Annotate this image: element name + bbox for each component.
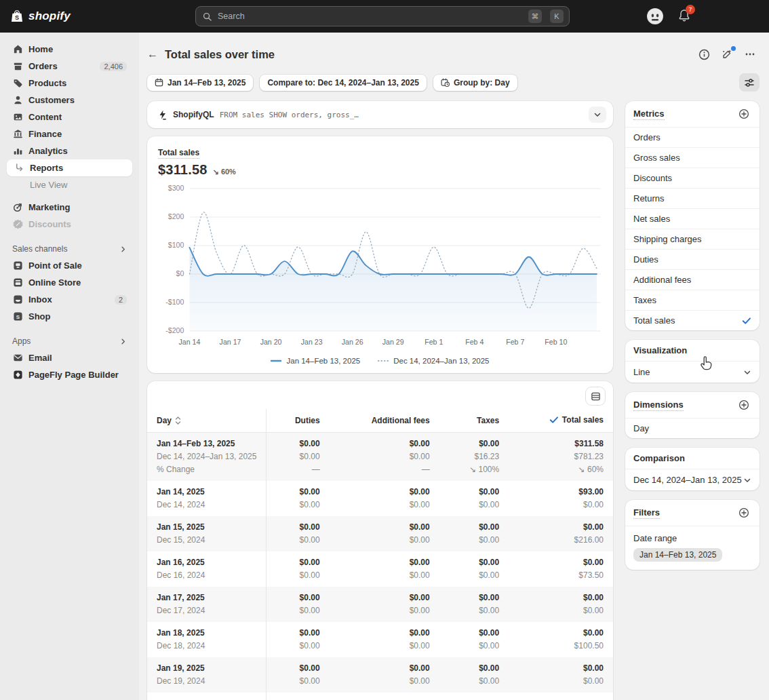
sidebar-item-products[interactable]: Products	[7, 75, 132, 92]
sidebar-item-home[interactable]: Home	[7, 41, 132, 58]
sidebar-item-label: Online Store	[28, 277, 127, 288]
sidebar-item-point-of-sale[interactable]: Point of Sale	[7, 257, 132, 274]
metric-option-taxes[interactable]: Taxes	[625, 290, 760, 310]
dimensions-title: Dimensions	[633, 400, 684, 411]
svg-text:Feb 7: Feb 7	[506, 338, 524, 346]
chevron-right-icon	[119, 338, 127, 345]
trend-down-icon: ↘	[213, 168, 219, 176]
svg-text:Jan 14: Jan 14	[179, 338, 201, 346]
sidebar-item-label: Content	[28, 112, 127, 122]
new-feature-dot	[731, 46, 736, 51]
visualization-select[interactable]: Line	[625, 361, 760, 383]
metric-option-gross-sales[interactable]: Gross sales	[625, 147, 760, 168]
shopify-logo[interactable]: S shopify	[0, 9, 71, 24]
orders-icon	[12, 61, 23, 72]
date-range-chip[interactable]: Jan 14–Feb 13, 2025	[147, 75, 253, 91]
comparison-title: Comparison	[633, 453, 685, 463]
column-header-additional-fees[interactable]: Additional fees	[330, 409, 439, 433]
sales-line-chart[interactable]: $300$200$100$0-$100-$200Jan 14Jan 17Jan …	[158, 180, 602, 350]
metric-option-additional-fees[interactable]: Additional fees	[625, 269, 760, 290]
table-view-button[interactable]	[586, 387, 605, 405]
sidebar-item-marketing[interactable]: Marketing	[7, 199, 132, 216]
sidebar-item-pagefly[interactable]: PageFly Page Builder	[7, 366, 132, 383]
table-row: Jan 18, 2025 Dec 18, 2024$0.00 $0.00$0.0…	[147, 622, 613, 657]
column-header-total-sales[interactable]: Total sales	[509, 409, 613, 433]
info-button[interactable]	[694, 45, 713, 63]
comparison-section: Comparison Dec 14, 2024–Jan 13, 2025	[625, 448, 760, 490]
metric-change: ↘ 60%	[213, 168, 236, 176]
sidebar-section-sales-channels[interactable]: Sales channels	[7, 241, 132, 257]
metric-option-orders[interactable]: Orders	[625, 127, 760, 147]
sidebar-section-apps[interactable]: Apps	[7, 333, 132, 349]
chevron-right-icon	[119, 246, 127, 253]
brand-wordmark: shopify	[28, 9, 71, 23]
sidebar-item-label: Inbox	[28, 294, 109, 305]
metric-option-duties[interactable]: Duties	[625, 249, 760, 269]
sidebar-item-label: Orders	[28, 61, 94, 71]
group-by-chip[interactable]: Group by: Day	[433, 75, 517, 91]
svg-text:$200: $200	[168, 213, 184, 221]
sidebar-item-label: PageFly Page Builder	[28, 370, 127, 380]
sidebar-item-finance[interactable]: Finance	[7, 125, 132, 142]
notifications-button[interactable]: 7	[678, 9, 690, 24]
email-icon	[12, 353, 23, 364]
query-expand-button[interactable]	[589, 106, 606, 123]
reports-icon	[14, 163, 24, 174]
table-row: Jan 14, 2025 Dec 14, 2024$0.00 $0.00$0.0…	[147, 481, 613, 516]
metric-option-net-sales[interactable]: Net sales	[625, 208, 760, 229]
sidebar-item-discounts[interactable]: Discounts	[7, 216, 132, 233]
column-header-day[interactable]: Day	[147, 409, 267, 433]
metrics-section: Metrics OrdersGross salesDiscountsReturn…	[625, 101, 760, 330]
sidebar-item-online-store[interactable]: Online Store	[7, 274, 132, 291]
avatar[interactable]	[647, 8, 663, 24]
sidebar-item-customers[interactable]: Customers	[7, 92, 132, 109]
metric-option-discounts[interactable]: Discounts	[625, 168, 760, 188]
svg-text:-$200: -$200	[165, 327, 184, 335]
add-dimension-button[interactable]	[736, 397, 751, 412]
sidebar-item-label: Discounts	[28, 219, 127, 229]
sidebar-item-reports[interactable]: Reports	[7, 159, 132, 176]
sidebar-item-email[interactable]: Email	[7, 349, 132, 366]
metric-option-total-sales[interactable]: Total sales	[625, 310, 760, 330]
date-range-filter-chip[interactable]: Jan 14–Feb 13, 2025	[633, 548, 722, 562]
shopifyql-insights-button[interactable]	[717, 45, 736, 63]
sidebar-item-inbox[interactable]: Inbox2	[7, 291, 132, 308]
sidebar-item-orders[interactable]: Orders2,406	[7, 58, 132, 75]
sidebar-item-live-view[interactable]: Live View	[7, 176, 132, 193]
page-title: Total sales over time	[165, 48, 275, 61]
comparison-select[interactable]: Dec 14, 2024–Jan 13, 2025	[625, 469, 760, 490]
legend-current-period: Jan 14–Feb 13, 2025	[271, 357, 360, 365]
column-header-taxes[interactable]: Taxes	[439, 409, 509, 433]
dimension-day[interactable]: Day	[625, 418, 760, 438]
more-actions-button[interactable]	[741, 45, 760, 63]
sidebar-item-shop[interactable]: SShop	[7, 308, 132, 325]
chevron-down-icon	[743, 368, 751, 376]
sidebar-item-content[interactable]: Content	[7, 109, 132, 125]
filter-field-label: Date range	[633, 533, 751, 543]
metric-option-shipping-charges[interactable]: Shipping charges	[625, 229, 760, 249]
sidebar-item-analytics[interactable]: Analytics	[7, 142, 132, 159]
check-icon	[549, 416, 559, 424]
visualization-section: Visualization Line	[625, 340, 760, 383]
table-row: Jan 17, 2025 Dec 17, 2024$0.00 $0.00$0.0…	[147, 587, 613, 622]
check-icon	[742, 317, 751, 325]
table-row: Jan 16, 2025 Dec 16, 2024$0.00 $0.00$0.0…	[147, 551, 613, 587]
query-language-label: ShopifyQL	[173, 110, 214, 119]
compare-to-chip[interactable]: Compare to: Dec 14, 2024–Jan 13, 2025	[260, 75, 426, 91]
sidebar-item-label: Email	[28, 353, 127, 363]
shopifyql-bar[interactable]: ShopifyQL FROM sales SHOW orders, gross_…	[147, 101, 613, 128]
svg-text:$300: $300	[168, 184, 184, 193]
panel-toggle-button[interactable]	[739, 73, 760, 92]
add-filter-button[interactable]	[736, 505, 751, 520]
search-input[interactable]: Search ⌘ K	[195, 6, 570, 26]
column-header-duties[interactable]: Duties	[267, 409, 330, 433]
back-button[interactable]: ←	[147, 48, 165, 60]
products-icon	[12, 78, 23, 89]
marketing-icon	[12, 202, 23, 213]
add-metric-button[interactable]	[736, 106, 751, 121]
filters-section: Filters Date range Jan 14–Feb 13, 2025	[625, 500, 760, 570]
inbox-icon	[12, 294, 23, 305]
metric-option-returns[interactable]: Returns	[625, 188, 760, 208]
sidebar-badge: 2,406	[100, 62, 127, 71]
sidebar-item-label: Reports	[30, 163, 127, 173]
